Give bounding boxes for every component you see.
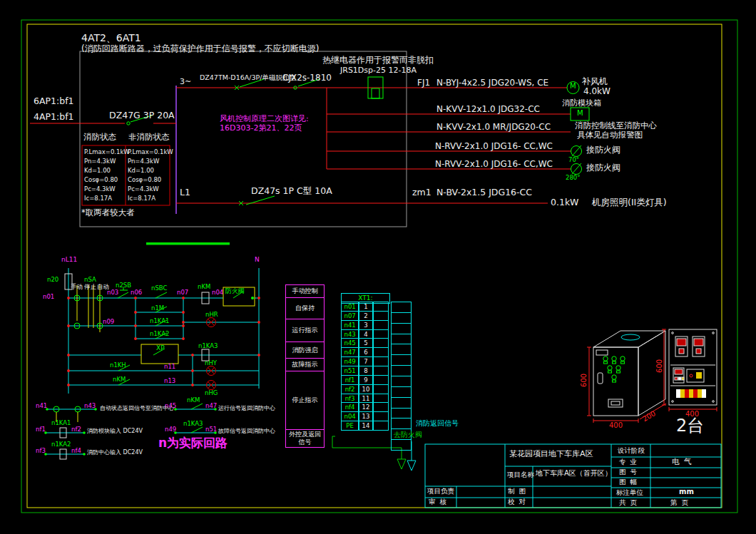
terminal-row: n51 8	[341, 366, 389, 376]
legend1-right: n43	[84, 403, 96, 409]
terminal-number: 5	[359, 338, 372, 348]
front-height-dim: 600	[656, 359, 664, 373]
terminal-row: n47 6	[341, 347, 389, 357]
terminal-wire: n47	[341, 347, 359, 357]
feeder2-load: 消防模块箱	[562, 99, 601, 108]
cad-drawing-canvas: 4AT2、6AT1 (消防回路断路器，过负荷保护作用于信号报警，不应切断电源) …	[0, 0, 756, 534]
titleblock-check-label: 校 对	[508, 498, 526, 505]
lamp-run-label: nHR	[205, 312, 218, 318]
terminal-number: 8	[359, 366, 372, 376]
feeder5-load: 接防火阀	[586, 163, 620, 173]
state-value: Ic=8.17A	[84, 195, 127, 204]
to-fire-center-label: 消防返回信号	[416, 419, 424, 427]
km-coil-label: nKM	[198, 284, 210, 290]
state-value: Pn=4.3kW	[128, 158, 170, 167]
terminal-row: n41 3	[341, 320, 389, 330]
contact-sbc-label: nSBC	[151, 285, 167, 292]
legend1-left: n41	[36, 403, 47, 409]
breaker-note: (消防回路断路器，过负荷保护作用于信号报警，不应切断电源)	[81, 44, 319, 53]
rail-neutral-label: N	[255, 257, 260, 264]
legend5-right: n51	[205, 426, 217, 433]
terminal-row: nf4 12	[341, 402, 389, 412]
state-value: P.Lmax=0.1kW	[128, 148, 170, 158]
terminal-row: n49 7	[341, 356, 389, 366]
legend3-right: nf4	[71, 448, 81, 454]
damper-symbol-280	[571, 163, 582, 175]
wire-n01: n01	[43, 294, 54, 300]
state-col2-values: P.Lmax=0.1kWPn=4.3kWKd=1.00Cosφ=0.80Pc=4…	[128, 148, 170, 204]
titleblock-review-label: 审 核	[429, 498, 446, 505]
titleblock-page-label: 第 页	[670, 499, 688, 506]
legend2-left: nf1	[36, 426, 46, 433]
terminal-wire: n07	[341, 311, 359, 321]
terminal-spare-cell	[373, 302, 389, 312]
titleblock-major-value: 电 气	[672, 458, 692, 466]
km-aux-label: nKM	[113, 376, 126, 383]
terminal-number: 3	[359, 320, 372, 330]
selector-stop: 停止	[84, 284, 96, 290]
state-value: Cosφ=0.80	[84, 176, 127, 185]
state-table-note: *取两者较大者	[81, 208, 135, 217]
terminal-number: 7	[359, 356, 372, 366]
ka3-coil-label: n1KA3	[198, 343, 218, 349]
selector-manual: 手动	[71, 284, 83, 290]
legend4-left: n45	[165, 403, 176, 409]
titleblock-dwgno-label: 图 号	[619, 468, 637, 476]
legend2-right: nf2	[71, 426, 81, 433]
titleblock-unit-value: mm	[679, 488, 694, 496]
feeder4-angle: 70°	[568, 157, 579, 163]
function-list-item: 故障指示	[285, 358, 325, 371]
ka2-contact-label: n1KA2	[150, 331, 169, 337]
terminal-stub-cell	[391, 397, 412, 409]
state-col2-title: 非消防状态	[128, 133, 170, 141]
xp-label: XP	[156, 345, 165, 352]
terminal-row: n04 13	[341, 411, 389, 421]
terminal-spare-cell	[373, 329, 389, 339]
titleblock-pages-label: 共 页	[619, 499, 637, 506]
legend-note: n为实际回路	[158, 436, 228, 449]
legend1-text: 自动状态返回信号至消防中心	[100, 406, 174, 412]
titleblock-pm-label: 项目负责	[427, 488, 454, 495]
to-damper-label: 去防火阀	[394, 431, 402, 438]
feeder2-cable: N-KVV-12x1.0 JDG32-CC	[436, 105, 540, 114]
terminal-spare-cell	[373, 421, 389, 431]
module-box-letter: M	[577, 110, 583, 118]
legend5-text: 故障信号返回消防中心	[218, 428, 275, 435]
terminal-wire: n45	[341, 338, 359, 348]
terminal-row: nf2 10	[341, 384, 389, 394]
cabinet-iso	[587, 331, 666, 423]
terminal-stub-cell	[391, 354, 412, 366]
motor-letter: M	[570, 83, 576, 91]
feeder5-angle: 280°	[566, 175, 580, 181]
legend4-right: n47	[205, 403, 217, 409]
terminal-row: PE 14	[341, 421, 389, 431]
lamp-stop-label: nHG	[205, 390, 218, 396]
state-value: Cosφ=0.80	[128, 176, 170, 185]
wire-n09: n09	[103, 319, 114, 325]
state-value: Pc=4.3kW	[128, 185, 170, 195]
legend5-left: n49	[165, 426, 176, 433]
wire-n04: n04	[212, 289, 223, 296]
terminal-wire: n49	[341, 356, 359, 366]
source-feeder-2: 4AP1:bf1	[34, 112, 74, 122]
legend3-text: 消防中心输入 DC24V	[87, 450, 143, 456]
source-feeder-1: 6AP1:bf1	[34, 96, 74, 106]
damper-box-label: 防火阀	[225, 288, 245, 295]
feeder6-power: 0.1kW	[551, 197, 578, 207]
indicator-lamps	[207, 318, 216, 390]
state-value: Ic=8.17A	[128, 195, 170, 204]
terminal-number: 1	[359, 302, 372, 312]
legend3-coil: n1KA2	[51, 441, 71, 448]
green-bar	[146, 242, 230, 245]
state-value: P.Lmax=0.1kW	[84, 148, 127, 158]
state-col1-values: P.Lmax=0.1kWPn=4.3kWKd=1.00Cosφ=0.80Pc=4…	[84, 148, 127, 204]
feeder1-power: 4.0kW	[583, 87, 611, 96]
legend2-text: 消防模块输入 DC24V	[87, 428, 143, 435]
feeder1-id: FJ1	[417, 78, 430, 88]
terminal-number: 10	[359, 384, 372, 394]
feeder6-load: 机房照明(II类灯具)	[592, 197, 667, 207]
pushbutton-label: n2SB	[116, 282, 131, 289]
terminal-spare-cell	[373, 411, 389, 421]
terminal-stub-cell	[391, 344, 412, 355]
feeder6-bus: L1	[180, 188, 190, 197]
